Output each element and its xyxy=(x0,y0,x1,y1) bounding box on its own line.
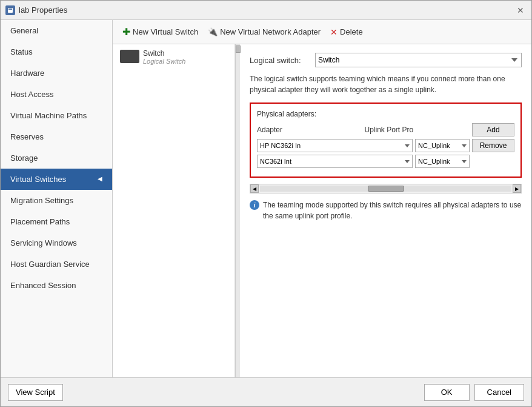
info-box: i The teaming mode supported by this swi… xyxy=(250,200,522,221)
delete-icon: ✕ xyxy=(330,27,337,37)
sidebar-item-servicing-windows[interactable]: Servicing Windows xyxy=(1,232,112,254)
sidebar-item-vm-paths[interactable]: Virtual Machine Paths xyxy=(1,105,112,126)
info-text: The teaming mode supported by this switc… xyxy=(263,200,522,221)
new-virtual-network-adapter-button[interactable]: 🔌 New Virtual Network Adapter xyxy=(204,25,324,38)
title-bar-left: lab Properties xyxy=(5,5,67,15)
network-icon: 🔌 xyxy=(208,27,218,36)
plus-icon: ✚ xyxy=(122,26,130,38)
add-button[interactable]: Add xyxy=(472,123,514,136)
new-virtual-network-adapter-label: New Virtual Network Adapter xyxy=(220,27,321,36)
right-panel: Logical switch: Switch The logical switc… xyxy=(240,44,531,377)
sidebar-item-host-access[interactable]: Host Access xyxy=(1,84,112,105)
left-panel-container: Switch Logical Switch xyxy=(113,44,240,377)
logical-switch-label: Logical switch: xyxy=(250,56,310,65)
window-footer: View Script OK Cancel xyxy=(1,377,531,406)
adapter-select-1[interactable]: HP NC362i In xyxy=(257,139,413,152)
ok-button[interactable]: OK xyxy=(424,384,470,401)
sidebar-item-host-guardian[interactable]: Host Guardian Service xyxy=(1,254,112,275)
delete-button[interactable]: ✕ Delete xyxy=(327,25,367,39)
switch-name: Switch xyxy=(143,49,185,58)
cancel-button[interactable]: Cancel xyxy=(474,384,524,401)
toolbar: ✚ New Virtual Switch 🔌 New Virtual Netwo… xyxy=(113,20,531,44)
footer-right: OK Cancel xyxy=(424,384,524,401)
info-icon: i xyxy=(250,200,259,210)
sidebar-item-migration-settings[interactable]: Migration Settings xyxy=(1,190,112,211)
logical-switch-row: Logical switch: Switch xyxy=(250,53,522,67)
logical-switch-select[interactable]: Switch xyxy=(315,53,522,67)
adapters-header: Adapter Uplink Port Pro Add xyxy=(257,123,514,136)
content-area: Switch Logical Switch Logical xyxy=(113,44,531,377)
description-text: The logical switch supports teaming whic… xyxy=(250,73,522,95)
view-script-button[interactable]: View Script xyxy=(8,384,63,401)
switch-subtitle: Logical Switch xyxy=(143,58,185,65)
sidebar-item-status[interactable]: Status xyxy=(1,41,112,62)
new-virtual-switch-button[interactable]: ✚ New Virtual Switch xyxy=(119,24,202,39)
main-window: lab Properties ✕ General Status Hardware… xyxy=(0,0,532,407)
sidebar-item-general[interactable]: General xyxy=(1,20,112,41)
adapter-row-1: HP NC362i In NC_Uplink Remove xyxy=(257,139,514,152)
physical-adapters-box: Physical adapters: Adapter Uplink Port P… xyxy=(250,103,522,178)
sidebar-item-storage[interactable]: Storage xyxy=(1,147,112,169)
scrollbar-area[interactable]: ◀ ▶ xyxy=(250,184,522,193)
sidebar-item-enhanced-session[interactable]: Enhanced Session xyxy=(1,275,112,296)
scrollbar-track[interactable] xyxy=(260,186,511,192)
left-scrollbar[interactable] xyxy=(235,44,240,377)
add-btn-col: Add xyxy=(472,123,514,136)
adapter-row-2: NC362i Int NC_Uplink xyxy=(257,155,514,168)
uplink-select-1[interactable]: NC_Uplink xyxy=(415,139,470,152)
close-button[interactable]: ✕ xyxy=(514,4,527,16)
title-bar: lab Properties ✕ xyxy=(1,1,531,20)
switch-icon xyxy=(120,50,139,63)
window-body: General Status Hardware Host Access Virt… xyxy=(1,20,531,377)
window-title: lab Properties xyxy=(19,5,67,15)
delete-label: Delete xyxy=(340,27,363,36)
uplink-select-2[interactable]: NC_Uplink xyxy=(415,155,470,168)
sidebar-item-reserves[interactable]: Reserves xyxy=(1,126,112,147)
adapters-table: Adapter Uplink Port Pro Add HP NC362i In xyxy=(257,123,514,168)
remove-button-1[interactable]: Remove xyxy=(472,139,514,152)
scroll-right-arrow[interactable]: ▶ xyxy=(513,184,521,193)
remove-btn-placeholder xyxy=(472,155,514,168)
footer-left: View Script xyxy=(8,384,63,401)
main-content: ✚ New Virtual Switch 🔌 New Virtual Netwo… xyxy=(113,20,531,377)
window-icon xyxy=(5,5,15,15)
new-virtual-switch-label: New Virtual Switch xyxy=(133,27,198,36)
uplink-col-header: Uplink Port Pro xyxy=(365,126,470,134)
physical-adapters-title: Physical adapters: xyxy=(257,110,514,118)
svg-rect-1 xyxy=(8,8,12,10)
adapter-col-header: Adapter xyxy=(257,126,362,134)
sidebar: General Status Hardware Host Access Virt… xyxy=(1,20,113,377)
sidebar-item-placement-paths[interactable]: Placement Paths xyxy=(1,211,112,232)
adapter-select-2[interactable]: NC362i Int xyxy=(257,155,413,168)
sidebar-item-hardware[interactable]: Hardware xyxy=(1,62,112,84)
switch-item[interactable]: Switch Logical Switch xyxy=(113,44,234,70)
left-panel: Switch Logical Switch xyxy=(113,44,235,377)
scroll-left-arrow[interactable]: ◀ xyxy=(250,184,259,193)
scrollbar-thumb[interactable] xyxy=(368,186,404,192)
sidebar-item-virtual-switches[interactable]: Virtual Switches xyxy=(1,169,112,190)
